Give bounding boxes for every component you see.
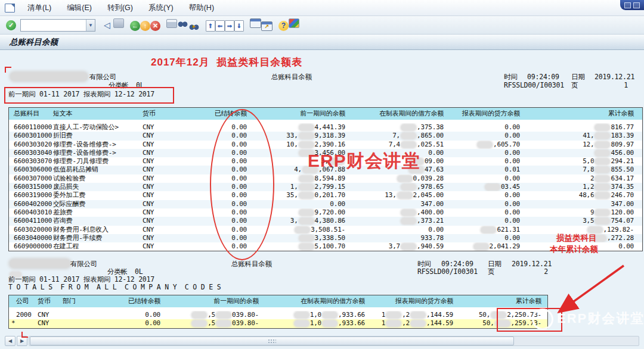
table-header-row: 公司货币部门已结转余额前一期间的余额在制表期间的借方余额报表期间的贷方余额累计余… xyxy=(9,295,547,307)
table-row[interactable]: 6609000000在建工程CNY0.005,100.703,7,940.592… xyxy=(9,242,642,251)
redacted-digits xyxy=(485,184,500,190)
find-icon[interactable] xyxy=(177,19,188,28)
table-row[interactable]: 6603020000财务费用-利息收入CNY0.003,508.51-0.006… xyxy=(9,226,642,234)
table-row[interactable]: 6600303070修理费-刀具修理费CNY0.003,09.000.005,0… xyxy=(9,157,642,166)
cell-cumulative-balance: 1,2374.35 xyxy=(520,183,642,191)
table-row[interactable]: 6600303020修理费-设备维修费->CNY0.0010,2,390.167… xyxy=(9,141,642,149)
cell-credit-balance: 0.00 xyxy=(444,132,520,140)
customize-icon[interactable] xyxy=(289,18,299,28)
menu-system[interactable]: 系统(Y) xyxy=(141,1,181,15)
command-field[interactable] xyxy=(21,20,86,30)
table-row[interactable]: 6600110000直接人工-劳动保险公>CNY0.004,441.39,375… xyxy=(9,123,642,132)
previous-page-icon[interactable]: ⇐ xyxy=(215,20,225,32)
column-header-account: 总账科目 xyxy=(9,108,53,120)
cell-debit-balance: 1,0,933.66 xyxy=(259,311,365,319)
cell-cumulative-balance: 347.00 xyxy=(520,200,642,208)
cell-carried-balance: 0.00 xyxy=(172,174,247,183)
redacted-digits xyxy=(478,142,492,148)
exit-icon[interactable]: ↑ xyxy=(140,21,150,31)
redacted-digits xyxy=(299,210,314,216)
find-next-icon[interactable]: ▸ xyxy=(188,22,200,31)
cell-carried-balance: 0.00 xyxy=(172,208,247,217)
cell-short-text: 交际应酬费 xyxy=(53,200,143,208)
menu-edit[interactable]: 编辑(E) xyxy=(59,1,100,15)
cell-carried-balance: 0.00 xyxy=(101,319,160,328)
table-row[interactable]: 6600411000咨询费CNY0.003,4,380.86,373.210.0… xyxy=(9,217,642,225)
redacted-digits xyxy=(299,244,314,250)
cell-cumulative-balance: 816.77 xyxy=(520,123,642,132)
print-icon[interactable] xyxy=(166,19,177,28)
cell-credit-balance: 0.00 xyxy=(444,149,520,157)
cell-carried-balance: 0.00 xyxy=(172,217,247,225)
gl-account-balances-table: 总账科目短文本货币已结转余额前一期间的余额在制表期间的借方余额报表期间的贷方余额… xyxy=(8,107,643,251)
command-dropdown-icon[interactable]: ▼ xyxy=(86,20,95,31)
minimize-icon[interactable] xyxy=(624,2,631,8)
cell-short-text: 财务费用-手续费 xyxy=(53,234,143,242)
cell-carried-balance: 0.00 xyxy=(172,200,247,208)
menu-goto[interactable]: 转到(G) xyxy=(100,1,141,15)
scrollbar-track[interactable] xyxy=(29,336,639,346)
cell-credit-balance: 0.00 xyxy=(444,191,520,200)
table-row[interactable]: 6600306000低值易耗品摊销CNY0.004,,067.8847.630.… xyxy=(9,166,642,174)
cell-debit-balance: 13,2,045.00 xyxy=(345,191,444,200)
create-shortcut-icon[interactable]: ↗ xyxy=(261,21,273,31)
redacted-digits xyxy=(401,210,416,216)
time-value: 09:24:09 xyxy=(527,73,559,81)
redacted-digits xyxy=(401,218,416,224)
scrollbar-thumb[interactable] xyxy=(30,336,514,345)
redacted-digits xyxy=(299,235,314,241)
cell-credit-balance: 0.00 xyxy=(444,123,520,132)
table-row[interactable]: 6603040000财务费用-手续费CNY0.003,338.50933.780… xyxy=(9,234,642,242)
last-page-icon[interactable]: ⇓ xyxy=(234,20,244,32)
cell-cumulative-balance: 9120.00 xyxy=(520,208,642,217)
sap-system-menu-icon[interactable] xyxy=(5,4,15,13)
table-row[interactable]: 6600319000委外加工费CNY0.0035,0,201.7013,2,04… xyxy=(9,191,642,200)
cell-carried-balance: 0.00 xyxy=(172,157,247,166)
column-header-prior-period-balance: 前一期间的余额 xyxy=(160,295,259,307)
scroll-left-icon[interactable]: ◀ xyxy=(5,336,16,346)
scroll-right-icon[interactable]: ▶ xyxy=(17,336,27,346)
next-page-icon[interactable]: ⇒ xyxy=(225,20,234,32)
redacted-digits xyxy=(401,244,416,250)
help-icon[interactable]: ? xyxy=(278,21,289,31)
horizontal-scrollbar: ◀ ▶ xyxy=(5,336,639,346)
redacted-digits xyxy=(595,210,609,216)
table-row[interactable]: 6600307000试验检验费CNY0.008,594.890,039.280.… xyxy=(9,174,642,183)
redacted-digits xyxy=(491,312,506,318)
cell-currency: CNY xyxy=(143,234,172,242)
cell-prior-period-balance: 3,508.51- xyxy=(247,226,345,234)
enter-icon[interactable]: ✓ xyxy=(6,20,16,30)
cell-credit-balance: 0.00 xyxy=(444,217,520,225)
cell-currency: CNY xyxy=(143,208,172,217)
table-row[interactable]: 6600303040修理费-设备维修费->CNY0.003,456.000.00… xyxy=(9,149,642,157)
cancel-icon[interactable]: ✕ xyxy=(150,21,160,31)
redacted-digits xyxy=(303,167,317,173)
first-page-icon[interactable]: ⇑ xyxy=(206,20,215,32)
menu-help[interactable]: 帮助(H) xyxy=(181,1,222,15)
table-row[interactable]: 6600403010差旅费CNY0.009,720.00,400.000.009… xyxy=(9,208,642,217)
redacted-digits xyxy=(595,124,609,130)
table-row[interactable]: 6600301000折旧费CNY0.0033,9,318.397,,865.00… xyxy=(9,132,642,140)
cell-prior-period-balance: 1,2,799.15 xyxy=(247,183,345,191)
cell-account: 6600403010 xyxy=(9,208,53,217)
cell-credit-balance: 1,2,144.59 xyxy=(365,311,453,319)
page-label-2: 页 xyxy=(488,267,494,276)
cell-currency: CNY xyxy=(143,242,172,251)
new-session-icon[interactable] xyxy=(250,18,261,28)
table-row[interactable]: 6600315000废品损失CNY0.001,2,799.15,978.6503… xyxy=(9,183,642,191)
table-row[interactable]: *CNY0.00,5039.80-1,0,933.661,2,144.5950,… xyxy=(9,319,547,328)
cell-cumulative-balance: 0.00 xyxy=(520,242,642,251)
menu-list[interactable]: 清单(L) xyxy=(20,1,59,15)
table-row[interactable]: 6600402000交际应酬费CNY0.000.00347.000.00347.… xyxy=(9,200,642,208)
table-row[interactable]: 2000CNY0.00,5039.80-1,0,933.661,2,144.59… xyxy=(9,311,547,319)
save-icon[interactable] xyxy=(113,18,124,28)
cell-account: 6600319000 xyxy=(9,191,53,200)
command-field-wrap: ▼ xyxy=(20,19,95,32)
redacted-digits xyxy=(398,192,412,198)
company-name-redacted-2 xyxy=(9,259,71,267)
redacted-digits xyxy=(295,227,309,233)
redacted-digits xyxy=(595,218,609,224)
back-triangle-icon[interactable]: ◁ xyxy=(101,19,113,32)
maximize-icon[interactable] xyxy=(633,2,640,8)
back-icon[interactable]: ← xyxy=(130,21,140,31)
